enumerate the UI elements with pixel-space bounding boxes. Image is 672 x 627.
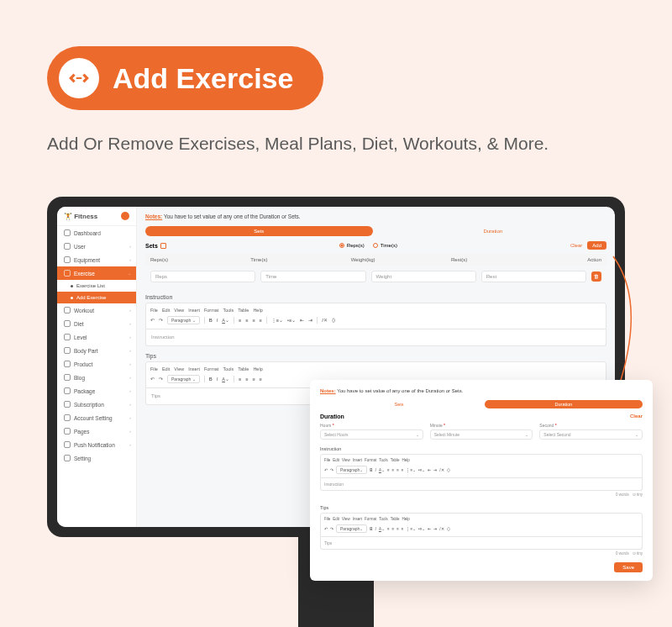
paragraph-select[interactable]: Paragraph⌄ [336,466,367,474]
hours-select[interactable]: Select Hours⌄ [320,429,423,440]
code-icon[interactable]: ⟨⟩ [447,468,450,472]
menu-view[interactable]: View [174,308,184,313]
sidebar-item-dashboard[interactable]: Dashboard [57,226,136,240]
align-right-icon[interactable]: ≡ [252,318,255,323]
list-unordered-icon[interactable]: •≡⌄ [287,318,296,323]
menu-view[interactable]: View [342,458,350,462]
menu-table[interactable]: Table [391,517,400,521]
align-justify-icon[interactable]: ≡ [260,318,262,323]
menu-edit[interactable]: Edit [162,308,170,313]
clear-format-icon[interactable]: I✕ [439,527,444,531]
redo-icon[interactable]: ↷ [159,318,163,323]
align-center-icon[interactable]: ≡ [245,318,248,323]
menu-view[interactable]: View [174,366,184,371]
sidebar-item-workout[interactable]: Workout› [57,303,136,317]
align-center-icon[interactable]: ≡ [245,377,248,382]
italic-icon[interactable]: I [217,318,218,323]
bold-icon[interactable]: B [370,527,372,531]
list-ordered-icon[interactable]: ⋮≡⌄ [406,527,416,531]
align-center-icon[interactable]: ≡ [392,527,395,531]
add-button[interactable]: Add [587,241,606,250]
align-center-icon[interactable]: ≡ [392,468,395,472]
copy-icon[interactable] [160,243,166,249]
minute-select[interactable]: Select Minute⌄ [430,429,533,440]
underline-icon[interactable]: A⌄ [379,468,385,472]
instruction-textarea[interactable]: Instruction [320,478,643,491]
menu-format[interactable]: Format [204,366,218,371]
list-unordered-icon[interactable]: •≡⌄ [418,527,425,531]
paragraph-select[interactable]: Paragraph⌄ [336,524,367,533]
sidebar-item-subscription[interactable]: Subscription› [57,398,136,411]
menu-format[interactable]: Format [204,308,218,313]
sidebar-item-push[interactable]: Push Notification› [57,438,136,451]
sidebar-item-account[interactable]: Account Setting› [57,411,136,424]
tab-sets[interactable]: Sets [320,400,478,408]
undo-icon[interactable]: ↶ [324,527,328,531]
menu-insert[interactable]: Insert [188,366,200,371]
sidebar-item-pages[interactable]: Pages› [57,424,136,438]
menu-tools[interactable]: Tools [379,517,388,521]
redo-icon[interactable]: ↷ [330,527,333,531]
menu-help[interactable]: Help [402,517,410,521]
list-ordered-icon[interactable]: ⋮≡⌄ [271,318,283,323]
undo-icon[interactable]: ↶ [150,377,155,382]
align-left-icon[interactable]: ≡ [239,377,241,382]
align-justify-icon[interactable]: ≡ [402,527,404,531]
menu-insert[interactable]: Insert [353,458,362,462]
menu-edit[interactable]: Edit [333,458,339,462]
outdent-icon[interactable]: ⇤ [300,318,304,323]
sidebar-subitem-add-exercise[interactable]: Add Exercise [57,292,136,303]
sidebar-item-user[interactable]: User› [57,240,136,253]
menu-format[interactable]: Format [365,517,376,521]
reps-input[interactable]: Reps [150,271,255,282]
menu-file[interactable]: File [324,517,330,521]
undo-icon[interactable]: ↶ [150,318,155,323]
sidebar-item-bodypart[interactable]: Body Part› [57,344,136,357]
align-right-icon[interactable]: ≡ [396,468,399,472]
sidebar-item-level[interactable]: Level› [57,330,136,344]
bold-icon[interactable]: B [209,377,213,382]
italic-icon[interactable]: I [375,468,376,472]
delete-button[interactable]: 🗑 [591,271,601,282]
menu-insert[interactable]: Insert [188,308,200,313]
menu-tools[interactable]: Tools [223,366,234,371]
code-icon[interactable]: ⟨⟩ [447,527,450,531]
instruction-textarea[interactable]: Instruction [145,329,606,346]
tab-duration[interactable]: Duration [485,400,643,408]
bold-icon[interactable]: B [209,318,213,323]
clear-format-icon[interactable]: I✕ [322,318,328,323]
indent-icon[interactable]: ⇥ [433,468,437,472]
outdent-icon[interactable]: ⇤ [428,527,431,531]
align-justify-icon[interactable]: ≡ [402,468,404,472]
bold-icon[interactable]: B [370,468,372,472]
weight-input[interactable]: Weight [371,271,476,282]
clear-link[interactable]: Clear [570,243,582,248]
sidebar-toggle-icon[interactable] [121,212,129,220]
menu-help[interactable]: Help [402,458,410,462]
paragraph-select[interactable]: Paragraph ⌄ [167,316,200,324]
align-left-icon[interactable]: ≡ [387,468,390,472]
menu-insert[interactable]: Insert [353,517,362,521]
sidebar-item-equipment[interactable]: Equipment› [57,253,136,266]
sidebar-item-setting[interactable]: Setting [57,451,136,465]
underline-icon[interactable]: A⌄ [379,527,385,531]
code-icon[interactable]: ⟨⟩ [332,318,335,323]
undo-icon[interactable]: ↶ [324,468,328,472]
menu-edit[interactable]: Edit [162,366,170,371]
menu-tools[interactable]: Tools [223,308,234,313]
clear-format-icon[interactable]: I✕ [439,468,444,472]
sidebar-item-blog[interactable]: Blog› [57,371,136,384]
underline-icon[interactable]: A⌄ [222,318,229,323]
sidebar-item-package[interactable]: Package› [57,384,136,398]
sidebar-item-diet[interactable]: Diet› [57,317,136,330]
list-ordered-icon[interactable]: ⋮≡⌄ [406,468,416,472]
italic-icon[interactable]: I [375,527,376,531]
menu-file[interactable]: File [150,308,158,313]
menu-help[interactable]: Help [253,308,262,313]
menu-view[interactable]: View [342,517,350,521]
menu-file[interactable]: File [150,366,158,371]
time-input[interactable]: Time [260,271,365,282]
indent-icon[interactable]: ⇥ [433,527,437,531]
sidebar-item-exercise[interactable]: Exercise⌄ [57,266,136,280]
underline-icon[interactable]: A⌄ [222,377,229,382]
